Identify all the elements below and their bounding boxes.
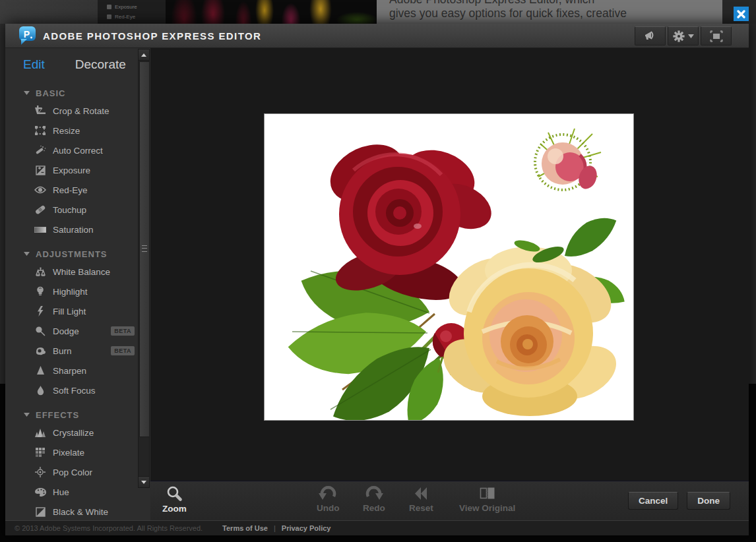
sidebar-item-label: Crop & Rotate [53,106,110,116]
mode-tabs: Edit Decorate [5,48,150,81]
scrollbar-thumb[interactable] [139,61,150,437]
cancel-button[interactable]: Cancel [628,492,678,510]
sidebar-item-soft-focus[interactable]: Soft Focus [5,380,150,400]
photoshop-express-editor-window: P ADOBE PHOTOSHOP EXPRESS EDITOR [5,24,749,535]
sidebar-item-fill-light[interactable]: Fill Light [5,301,150,321]
sidebar-item-crop-rotate[interactable]: Crop & Rotate [5,101,150,121]
settings-button[interactable] [668,26,699,45]
close-icon [737,10,745,18]
sidebar-item-label: Hue [53,487,69,497]
tool-label: Undo [317,503,340,513]
undo-tool[interactable]: Undo [317,485,340,513]
lightbulb-icon [33,286,47,297]
sharpen-icon [33,366,47,375]
zoom-tool[interactable]: Zoom [162,485,187,514]
sidebar-item-label: White Balance [53,267,110,277]
section-header-basic[interactable]: BASIC [5,85,150,101]
tools-sidebar: Edit Decorate BASIC Crop & Rotate Resize [5,48,150,520]
chevron-down-icon [688,34,694,38]
terms-of-use-link[interactable]: Terms of Use [222,524,268,532]
burn-tool-icon [33,347,47,355]
tab-edit[interactable]: Edit [23,57,45,72]
megaphone-icon [643,31,658,42]
magnifier-icon [166,485,183,502]
sidebar-item-red-eye[interactable]: Red-Eye [5,180,150,200]
editor-main-area: Zoom Undo Redo [150,48,749,520]
view-original-tool[interactable]: View Original [459,485,515,513]
article-line-2: gives you easy options for quick fixes, … [377,7,722,20]
sidebar-item-white-balance[interactable]: White Balance [5,262,150,282]
sidebar-item-auto-correct[interactable]: Auto Correct [5,140,150,160]
red-eye-mini-icon [107,15,111,19]
mini-item-label: Red-Eye [115,14,135,20]
scrollbar-grip [142,245,147,252]
sidebar-item-label: Sharpen [53,366,86,376]
app-title: ADOBE PHOTOSHOP EXPRESS EDITOR [43,30,261,42]
background-gray-block [0,0,98,24]
sidebar-item-pixelate[interactable]: Pixelate [5,442,150,462]
feedback-button[interactable] [635,26,666,45]
reset-tool[interactable]: Reset [409,485,433,513]
black-white-icon [33,507,47,517]
image-canvas[interactable] [150,48,749,481]
bottom-toolbar: Zoom Undo Redo [150,481,749,520]
modal-footer: © 2013 Adobe Systems Incorporated. All R… [5,520,749,535]
title-bar: P ADOBE PHOTOSHOP EXPRESS EDITOR [5,24,749,48]
section-header-adjustments[interactable]: ADJUSTMENTS [5,246,150,262]
sidebar-item-saturation[interactable]: Saturation [5,220,150,239]
sidebar-item-label: Touchup [53,205,86,215]
done-button[interactable]: Done [687,492,730,510]
sidebar-item-touchup[interactable]: Touchup [5,200,150,220]
section-header-effects[interactable]: EFFECTS [5,407,150,423]
sidebar-item-label: Burn [53,346,72,356]
edited-photo-roses[interactable] [264,113,634,421]
sidebar-item-resize[interactable]: Resize [5,121,150,140]
scroll-down-button[interactable] [139,476,149,487]
beta-badge: BETA [111,326,135,336]
section-title: ADJUSTMENTS [36,249,108,259]
caret-down-icon [24,91,30,95]
sidebar-item-highlight[interactable]: Highlight [5,282,150,301]
sidebar-item-label: Fill Light [53,307,86,316]
sidebar-item-label: Black & White [53,507,108,517]
tab-decorate[interactable]: Decorate [75,57,126,72]
sidebar-item-label: Saturation [53,225,94,235]
saturation-icon [33,227,47,233]
sidebar-item-label: Resize [53,126,80,136]
section-title: BASIC [36,88,65,98]
sidebar-item-label: Highlight [53,287,88,297]
sidebar-item-exposure[interactable]: Exposure [5,160,150,180]
sidebar-item-label: Pop Color [53,467,92,477]
sidebar-item-burn[interactable]: Burn BETA [5,341,150,361]
sidebar-item-crystallize[interactable]: Crystallize [5,423,150,442]
sidebar-item-dodge[interactable]: Dodge BETA [5,321,150,341]
background-article-text: Adobe Photoshop Express Editor, which gi… [377,0,722,24]
page-left-gutter [0,24,5,384]
mini-item-label: Exposure [115,4,137,10]
tool-label: Zoom [162,504,187,514]
sidebar-item-black-white[interactable]: Black & White [5,502,150,522]
lightning-icon [33,306,47,316]
privacy-policy-link[interactable]: Privacy Policy [282,524,331,532]
caret-down-icon [24,413,30,417]
background-tulips-photo [166,0,377,24]
rewind-icon [413,485,429,502]
redo-tool[interactable]: Redo [363,485,385,513]
scroll-up-button[interactable] [139,49,149,61]
sidebar-item-label: Red-Eye [53,185,88,195]
close-button[interactable] [734,7,749,21]
tool-label: Redo [363,503,385,513]
gear-icon [673,30,685,42]
photoshop-express-logo: P [18,26,36,45]
sidebar-item-label: Pixelate [53,448,84,458]
sidebar-scrollbar[interactable] [138,49,150,488]
svg-text:P: P [24,29,30,40]
scales-icon [33,267,47,277]
droplet-icon [33,386,47,396]
background-mini-sidebar: Exposure Red-Eye [98,0,166,24]
fullscreen-button[interactable] [701,26,732,45]
sidebar-item-label: Soft Focus [53,386,96,396]
sidebar-item-sharpen[interactable]: Sharpen [5,361,150,380]
sidebar-item-hue[interactable]: Hue [5,482,150,502]
sidebar-item-pop-color[interactable]: Pop Color [5,462,150,482]
